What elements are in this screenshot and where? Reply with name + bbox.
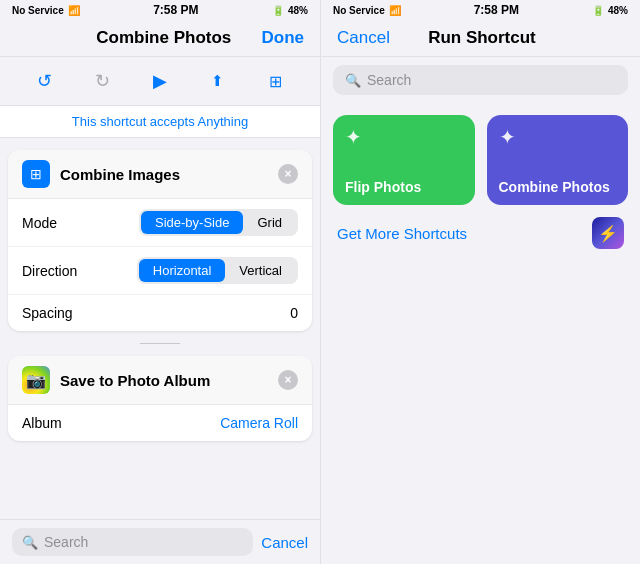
get-more-shortcuts-link[interactable]: Get More Shortcuts xyxy=(337,225,467,242)
settings-icon: ⊞ xyxy=(269,72,282,91)
separator xyxy=(140,343,180,344)
right-content: ✦ Flip Photos ✦ Combine Photos Get More … xyxy=(321,103,640,564)
no-service-text: No Service xyxy=(12,5,64,16)
right-status-bar: No Service 📶 7:58 PM 🔋 48% xyxy=(321,0,640,20)
wifi-icon: 📶 xyxy=(68,5,80,16)
combine-images-close[interactable]: × xyxy=(278,164,298,184)
share-button[interactable]: ⬆ xyxy=(202,65,234,97)
direction-option-horizontal[interactable]: Horizontal xyxy=(139,259,226,282)
redo-icon: ↻ xyxy=(95,70,110,92)
play-icon: ▶ xyxy=(153,70,167,92)
flip-photos-label: Flip Photos xyxy=(345,179,421,195)
album-value[interactable]: Camera Roll xyxy=(220,415,298,431)
left-nav-title: Combine Photos xyxy=(96,28,231,48)
right-search-icon: 🔍 xyxy=(345,73,361,88)
combine-images-title: Combine Images xyxy=(60,166,278,183)
direction-label: Direction xyxy=(22,263,137,279)
mode-row: Mode Side-by-Side Grid xyxy=(8,199,312,247)
settings-button[interactable]: ⊞ xyxy=(259,65,291,97)
done-button[interactable]: Done xyxy=(262,28,305,48)
left-status-bar: No Service 📶 7:58 PM 🔋 48% xyxy=(0,0,320,20)
undo-button[interactable]: ↺ xyxy=(29,65,61,97)
battery-percent: 48% xyxy=(288,5,308,16)
shortcuts-app-icon: ⚡ xyxy=(592,217,624,249)
combine-images-header: ⊞ Combine Images × xyxy=(8,150,312,199)
right-panel: No Service 📶 7:58 PM 🔋 48% Cancel Run Sh… xyxy=(320,0,640,564)
search-input-wrap[interactable]: 🔍 Search xyxy=(12,528,253,556)
shortcut-combine-photos[interactable]: ✦ Combine Photos xyxy=(487,115,629,205)
save-photo-close[interactable]: × xyxy=(278,370,298,390)
right-status-right: 🔋 48% xyxy=(592,5,628,16)
combine-icon-glyph: ⊞ xyxy=(30,166,42,182)
album-label: Album xyxy=(22,415,220,431)
save-photo-title: Save to Photo Album xyxy=(60,372,278,389)
right-search-input-wrap[interactable]: 🔍 Search xyxy=(333,65,628,95)
right-search-area: 🔍 Search xyxy=(321,57,640,103)
shortcut-flip-photos[interactable]: ✦ Flip Photos xyxy=(333,115,475,205)
play-button[interactable]: ▶ xyxy=(144,65,176,97)
flip-photos-icon: ✦ xyxy=(345,125,362,149)
toolbar: ↺ ↻ ▶ ⬆ ⊞ xyxy=(0,57,320,106)
save-photo-icon: 📷 xyxy=(22,366,50,394)
photo-icon-glyph: 📷 xyxy=(26,371,46,390)
shortcuts-grid: ✦ Flip Photos ✦ Combine Photos xyxy=(333,115,628,205)
save-photo-header: 📷 Save to Photo Album × xyxy=(8,356,312,405)
combine-photos-icon: ✦ xyxy=(499,125,516,149)
redo-button[interactable]: ↻ xyxy=(86,65,118,97)
direction-row: Direction Horizontal Vertical xyxy=(8,247,312,295)
spacing-value[interactable]: 0 xyxy=(290,305,298,321)
get-more-row: Get More Shortcuts ⚡ xyxy=(333,217,628,249)
search-placeholder: Search xyxy=(44,534,88,550)
bottom-search-bar: 🔍 Search Cancel xyxy=(0,519,320,564)
direction-segmented-control[interactable]: Horizontal Vertical xyxy=(137,257,298,284)
spacing-label: Spacing xyxy=(22,305,290,321)
left-time: 7:58 PM xyxy=(153,3,198,17)
right-status-left: No Service 📶 xyxy=(333,5,401,16)
accepts-highlight: Anything xyxy=(198,114,249,129)
right-nav-bar: Cancel Run Shortcut xyxy=(321,20,640,57)
undo-icon: ↺ xyxy=(37,70,52,92)
search-cancel-button[interactable]: Cancel xyxy=(261,534,308,551)
battery-icon: 🔋 xyxy=(272,5,284,16)
combine-images-card: ⊞ Combine Images × Mode Side-by-Side Gri… xyxy=(8,150,312,331)
left-nav-bar: Combine Photos Done xyxy=(0,20,320,57)
left-panel: No Service 📶 7:58 PM 🔋 48% Combine Photo… xyxy=(0,0,320,564)
right-nav-title: Run Shortcut xyxy=(428,28,536,48)
spacing-row: Spacing 0 xyxy=(8,295,312,331)
accepts-text: This shortcut accepts xyxy=(72,114,198,129)
combine-images-icon: ⊞ xyxy=(22,160,50,188)
mode-label: Mode xyxy=(22,215,139,231)
search-icon: 🔍 xyxy=(22,535,38,550)
right-wifi-icon: 📶 xyxy=(389,5,401,16)
right-time: 7:58 PM xyxy=(474,3,519,17)
mode-option-sidebyside[interactable]: Side-by-Side xyxy=(141,211,243,234)
left-status-right: 🔋 48% xyxy=(272,5,308,16)
save-photo-album-card: 📷 Save to Photo Album × Album Camera Rol… xyxy=(8,356,312,441)
direction-option-vertical[interactable]: Vertical xyxy=(225,259,296,282)
shortcuts-icon-glyph: ⚡ xyxy=(598,224,618,243)
right-battery-icon: 🔋 xyxy=(592,5,604,16)
mode-segmented-control[interactable]: Side-by-Side Grid xyxy=(139,209,298,236)
right-cancel-button[interactable]: Cancel xyxy=(337,28,390,48)
album-row: Album Camera Roll xyxy=(8,405,312,441)
content-area: ⊞ Combine Images × Mode Side-by-Side Gri… xyxy=(0,138,320,519)
combine-photos-label: Combine Photos xyxy=(499,179,610,195)
right-battery-percent: 48% xyxy=(608,5,628,16)
share-icon: ⬆ xyxy=(211,72,224,90)
mode-option-grid[interactable]: Grid xyxy=(243,211,296,234)
left-status-left: No Service 📶 xyxy=(12,5,80,16)
accepts-bar: This shortcut accepts Anything xyxy=(0,106,320,138)
right-search-placeholder: Search xyxy=(367,72,411,88)
right-no-service-text: No Service xyxy=(333,5,385,16)
